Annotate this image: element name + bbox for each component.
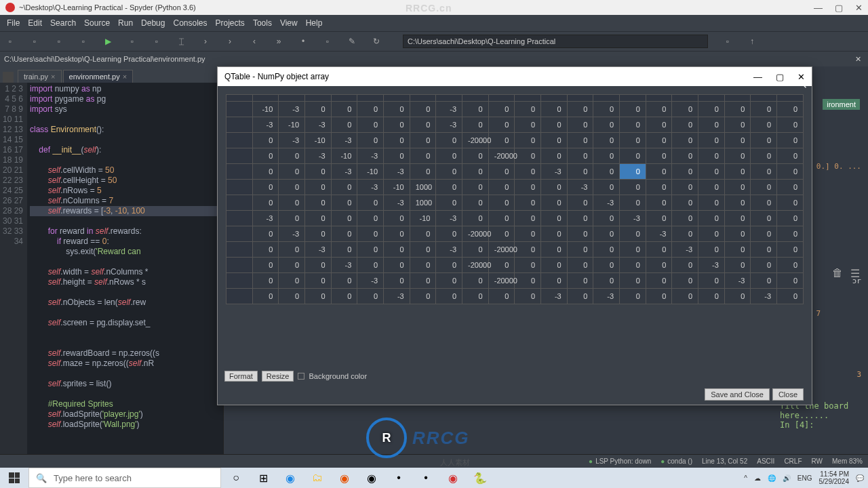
table-cell[interactable]: 0	[305, 102, 332, 117]
working-dir-field[interactable]: C:\Users\sachi\Desktop\Q-Learning Practi…	[403, 35, 708, 48]
table-cell[interactable]: 0	[488, 164, 515, 180]
qtable-minimize-button[interactable]: —	[753, 72, 762, 82]
table-cell[interactable]: 0	[305, 289, 332, 304]
table-cell[interactable]: 0	[252, 258, 279, 273]
minimize-button[interactable]: —	[814, 3, 823, 13]
table-cell[interactable]: -3	[252, 117, 279, 133]
menu-consoles[interactable]: Consoles	[169, 17, 211, 29]
table-cell[interactable]: 0	[305, 273, 332, 289]
table-cell[interactable]: 0	[646, 164, 672, 180]
table-cell[interactable]: 0	[252, 164, 279, 180]
table-cell[interactable]: 0	[646, 180, 672, 195]
table-cell[interactable]: 0	[777, 133, 804, 148]
table-cell[interactable]: 0	[646, 148, 672, 164]
table-cell[interactable]: -10	[305, 133, 332, 148]
table-cell[interactable]: 0	[541, 195, 568, 211]
table-cell[interactable]: 0	[672, 148, 698, 164]
table-cell[interactable]: 0	[724, 211, 751, 226]
close-icon[interactable]: ×	[123, 73, 127, 81]
tray-lang-icon[interactable]: ENG	[797, 474, 812, 482]
table-cell[interactable]: 0	[620, 180, 646, 195]
table-cell[interactable]: 0	[357, 211, 384, 226]
table-cell[interactable]: 0	[541, 273, 568, 289]
table-cell[interactable]: 0	[751, 211, 777, 226]
table-cell[interactable]: 0	[567, 102, 593, 117]
table-cell[interactable]: 0	[462, 102, 489, 117]
pythonpath-icon[interactable]: ↻	[372, 37, 381, 46]
tray-onedrive-icon[interactable]: ☁	[754, 474, 761, 482]
step-icon[interactable]: ›	[225, 37, 235, 46]
table-cell[interactable]: 0	[751, 133, 777, 148]
table-cell[interactable]: 0	[698, 164, 725, 180]
table-cell[interactable]: 0	[541, 148, 568, 164]
table-cell[interactable]: 0	[541, 117, 568, 133]
table-cell[interactable]: -10	[331, 148, 357, 164]
table-cell[interactable]: 0	[357, 133, 384, 148]
table-cell[interactable]: 0	[462, 195, 489, 211]
table-cell[interactable]: 0	[620, 242, 646, 258]
table-cell[interactable]: -3	[279, 102, 305, 117]
table-cell[interactable]: 0	[436, 148, 462, 164]
table-cell[interactable]: -3	[357, 273, 384, 289]
save-all-icon[interactable]: ▫	[79, 37, 88, 46]
table-cell[interactable]: 0	[384, 102, 410, 117]
table-cell[interactable]: 0	[672, 289, 698, 304]
table-cell[interactable]: 0	[672, 102, 698, 117]
table-cell[interactable]: 0	[751, 102, 777, 117]
table-cell[interactable]: 0	[646, 211, 672, 226]
parent-dir-icon[interactable]: ↑	[747, 37, 757, 46]
table-cell[interactable]: 0	[515, 242, 541, 258]
table-cell[interactable]: 0	[751, 226, 777, 242]
tray-notif-icon[interactable]: 💬	[856, 474, 864, 482]
table-cell[interactable]: 0	[751, 242, 777, 258]
table-cell[interactable]: 0	[488, 258, 515, 273]
table-cell[interactable]: 0	[646, 242, 672, 258]
table-cell[interactable]: 0	[724, 258, 751, 273]
table-cell[interactable]: 0	[777, 289, 804, 304]
table-cell[interactable]: 0	[724, 226, 751, 242]
table-cell[interactable]: -3	[541, 164, 568, 180]
table-cell[interactable]: -3	[252, 211, 279, 226]
save-icon[interactable]: ▫	[54, 37, 64, 46]
table-cell[interactable]: 0	[410, 273, 436, 289]
table-cell[interactable]: 0	[620, 195, 646, 211]
step-out-icon[interactable]: »	[274, 37, 283, 46]
table-cell[interactable]: 0	[777, 226, 804, 242]
table-cell[interactable]: -10	[357, 164, 384, 180]
debug-icon[interactable]: ›	[201, 37, 210, 46]
table-cell[interactable]: 0	[331, 226, 357, 242]
row-header[interactable]	[226, 180, 253, 195]
tab-environment-py[interactable]: environment.py×	[63, 70, 134, 83]
table-cell[interactable]: 0	[357, 226, 384, 242]
table-cell[interactable]: 0	[672, 180, 698, 195]
table-cell[interactable]: 0	[488, 226, 515, 242]
start-button[interactable]	[0, 468, 28, 488]
table-cell[interactable]: 0	[751, 117, 777, 133]
table-cell[interactable]: 0	[488, 133, 515, 148]
table-cell[interactable]: 0	[462, 180, 489, 195]
table-cell[interactable]: 0	[567, 148, 593, 164]
pathbar-close-icon[interactable]: ✕	[855, 55, 861, 64]
new-file-icon[interactable]: ▫	[5, 37, 15, 46]
table-cell[interactable]: 0	[279, 258, 305, 273]
firefox-icon[interactable]: ◉	[332, 468, 357, 488]
table-cell[interactable]: 0	[331, 180, 357, 195]
table-cell[interactable]: 0	[515, 289, 541, 304]
table-cell[interactable]: 0	[646, 195, 672, 211]
table-cell[interactable]: 0	[410, 226, 436, 242]
table-cell[interactable]: 0	[698, 102, 725, 117]
table-cell[interactable]: -3	[541, 289, 568, 304]
table-cell[interactable]: 0	[357, 117, 384, 133]
table-cell[interactable]: 0	[462, 164, 489, 180]
table-cell[interactable]: 0	[462, 289, 489, 304]
table-cell[interactable]: 0	[620, 258, 646, 273]
table-cell[interactable]: 0	[777, 102, 804, 117]
table-cell[interactable]: 0	[357, 258, 384, 273]
table-cell[interactable]: 0	[488, 102, 515, 117]
python-icon[interactable]: 🐍	[468, 468, 492, 488]
table-cell[interactable]: -3	[436, 117, 462, 133]
table-cell[interactable]: 0	[305, 195, 332, 211]
menu-view[interactable]: View	[276, 17, 302, 29]
row-header[interactable]	[226, 195, 253, 211]
explorer-icon[interactable]: 🗂	[305, 468, 330, 488]
